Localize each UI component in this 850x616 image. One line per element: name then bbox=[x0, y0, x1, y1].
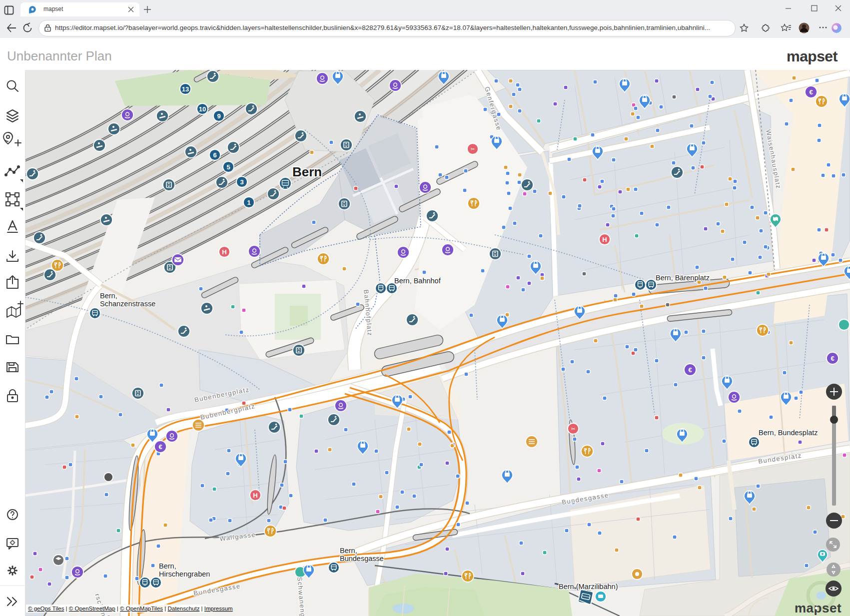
svg-text:Bern, Bahnhof: Bern, Bahnhof bbox=[394, 277, 441, 285]
svg-text:© geOps Tiles | © OpenStreetMa: © geOps Tiles | © OpenStreetMap | © Open… bbox=[28, 606, 233, 612]
svg-text:✂: ✂ bbox=[471, 146, 475, 152]
svg-text:H: H bbox=[222, 248, 226, 256]
svg-text:Bern,: Bern, bbox=[100, 292, 117, 300]
svg-text:✂: ✂ bbox=[571, 426, 575, 432]
svg-text:€: € bbox=[158, 443, 162, 451]
svg-text:Bern, Bundesplatz: Bern, Bundesplatz bbox=[759, 429, 818, 437]
svg-text:13: 13 bbox=[182, 85, 189, 93]
svg-text:Bern, Bärenplatz: Bern, Bärenplatz bbox=[656, 274, 710, 282]
svg-text:1: 1 bbox=[247, 199, 250, 206]
svg-text:10: 10 bbox=[199, 105, 206, 113]
svg-text:5: 5 bbox=[226, 163, 230, 171]
svg-text:3: 3 bbox=[240, 178, 243, 186]
svg-text:H: H bbox=[253, 492, 257, 499]
svg-text:€: € bbox=[831, 355, 834, 362]
svg-text:9: 9 bbox=[217, 112, 220, 120]
svg-text:Schanzenstrasse: Schanzenstrasse bbox=[100, 300, 155, 308]
svg-text:Bern: Bern bbox=[292, 164, 322, 179]
svg-text:6: 6 bbox=[213, 151, 216, 159]
svg-text:Hirschengraben: Hirschengraben bbox=[159, 570, 210, 578]
svg-text:Bern,: Bern, bbox=[340, 547, 357, 555]
svg-text:H: H bbox=[602, 236, 607, 243]
svg-text:Bundesgasse: Bundesgasse bbox=[340, 555, 384, 563]
svg-text:€: € bbox=[688, 366, 692, 374]
svg-text:Bern,: Bern, bbox=[159, 562, 176, 570]
svg-text:mapset: mapset bbox=[795, 601, 842, 616]
svg-text:€: € bbox=[809, 88, 813, 96]
svg-text:Bern (Marzilibahn): Bern (Marzilibahn) bbox=[559, 583, 618, 591]
